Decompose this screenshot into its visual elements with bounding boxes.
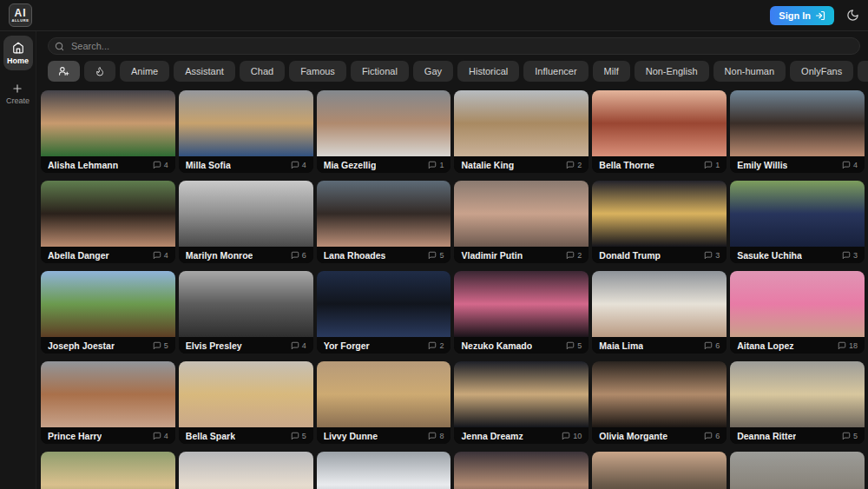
message-icon bbox=[566, 161, 575, 169]
card-footer: Emily Willis 4 bbox=[730, 156, 865, 173]
character-card[interactable]: Olivia Morgante 6 bbox=[592, 361, 727, 444]
sidebar-item-create[interactable]: Create bbox=[6, 83, 30, 105]
message-icon bbox=[428, 432, 437, 440]
filter-chip-onlyfans[interactable]: OnlyFans bbox=[790, 61, 853, 82]
character-card[interactable]: Vladimir Putin 2 bbox=[454, 181, 589, 263]
character-card[interactable] bbox=[179, 452, 313, 489]
filter-chip-milf[interactable]: Milf bbox=[593, 61, 630, 82]
character-card[interactable]: Deanna Ritter 5 bbox=[730, 361, 865, 444]
character-name: Aitana Lopez bbox=[737, 340, 793, 351]
filter-chip-chad[interactable]: Chad bbox=[240, 61, 285, 82]
character-card[interactable]: Marilyn Monroe 6 bbox=[179, 181, 313, 263]
message-icon bbox=[153, 432, 161, 440]
character-card[interactable]: Livvy Dunne 8 bbox=[317, 361, 451, 444]
character-image bbox=[592, 90, 727, 156]
search-input[interactable] bbox=[48, 37, 860, 55]
card-footer: Natalie King 2 bbox=[454, 156, 589, 173]
chat-count-number: 2 bbox=[577, 251, 582, 260]
character-name: Joseph Joestar bbox=[48, 340, 115, 351]
character-card[interactable]: Natalie King 2 bbox=[454, 90, 589, 173]
chat-count-number: 4 bbox=[302, 161, 306, 169]
character-card[interactable] bbox=[730, 452, 865, 489]
character-card[interactable] bbox=[592, 452, 727, 489]
character-card[interactable] bbox=[41, 452, 175, 489]
sidebar-item-home[interactable]: Home bbox=[3, 36, 33, 70]
character-card[interactable] bbox=[317, 452, 451, 489]
theme-toggle-button[interactable] bbox=[846, 9, 859, 22]
character-card[interactable]: Milla Sofia 4 bbox=[179, 90, 313, 173]
chat-count-number: 8 bbox=[439, 432, 444, 440]
chat-count: 8 bbox=[428, 432, 444, 440]
card-footer: Livvy Dunne 8 bbox=[317, 427, 451, 444]
character-card[interactable]: Bella Thorne 1 bbox=[592, 90, 727, 173]
message-icon bbox=[291, 161, 299, 169]
message-icon bbox=[428, 161, 437, 169]
filter-chip-assistant[interactable]: Assistant bbox=[174, 61, 235, 82]
sidebar-home-label: Home bbox=[7, 56, 29, 65]
character-card[interactable]: Yor Forger 2 bbox=[317, 271, 451, 354]
character-image bbox=[454, 90, 589, 156]
filter-chip-non-human[interactable]: Non-human bbox=[713, 61, 786, 82]
filter-chip-non-english[interactable]: Non-English bbox=[635, 61, 709, 82]
character-card[interactable]: Nezuko Kamado 5 bbox=[454, 271, 589, 354]
character-card[interactable]: Lana Rhoades 5 bbox=[317, 181, 451, 263]
character-image bbox=[730, 271, 865, 337]
character-name: Vladimir Putin bbox=[461, 250, 523, 261]
filter-chip-influencer[interactable]: Influencer bbox=[523, 61, 588, 82]
character-card[interactable]: Donald Trump 3 bbox=[592, 181, 727, 263]
character-image bbox=[730, 361, 865, 427]
character-card[interactable]: Aitana Lopez 18 bbox=[730, 271, 865, 354]
message-icon bbox=[838, 341, 846, 350]
chat-count: 2 bbox=[566, 251, 582, 260]
brand-logo[interactable]: AI ALLURE bbox=[9, 3, 32, 27]
filter-chip-gay[interactable]: Gay bbox=[413, 61, 453, 82]
character-image bbox=[592, 271, 727, 337]
chat-count: 2 bbox=[566, 161, 582, 169]
message-icon bbox=[428, 251, 437, 260]
chat-count: 4 bbox=[291, 161, 306, 169]
filter-chip-famous[interactable]: Famous bbox=[289, 61, 346, 82]
message-icon bbox=[842, 251, 851, 260]
plus-icon bbox=[11, 83, 23, 95]
card-footer: Deanna Ritter 5 bbox=[730, 427, 865, 444]
character-card[interactable]: Bella Spark 5 bbox=[179, 361, 313, 444]
sign-in-button[interactable]: Sign In bbox=[770, 6, 834, 25]
chat-count: 4 bbox=[153, 251, 168, 260]
moon-icon bbox=[846, 9, 859, 22]
character-card[interactable]: Prince Harry 4 bbox=[41, 361, 175, 444]
flame-icon bbox=[95, 66, 105, 76]
trending-filter-chip[interactable] bbox=[84, 61, 115, 82]
chat-count: 6 bbox=[704, 341, 720, 350]
character-card[interactable]: Sasuke Uchiha 3 bbox=[730, 181, 865, 263]
card-footer: Nezuko Kamado 5 bbox=[454, 337, 589, 354]
card-footer: Maia Lima 6 bbox=[592, 337, 727, 354]
filter-chip-fictional[interactable]: Fictional bbox=[351, 61, 409, 82]
chat-count-number: 6 bbox=[715, 341, 720, 350]
message-icon bbox=[153, 161, 161, 169]
people-filter-chip[interactable] bbox=[48, 61, 80, 82]
character-card[interactable]: Joseph Joestar 5 bbox=[41, 271, 175, 354]
message-icon bbox=[704, 341, 713, 350]
filter-chip-historical[interactable]: Historical bbox=[457, 61, 519, 82]
character-card[interactable]: Jenna Dreamz 10 bbox=[454, 361, 589, 444]
filter-chip-politics[interactable]: Politics bbox=[858, 61, 868, 82]
message-icon bbox=[842, 161, 851, 169]
character-card[interactable]: Alisha Lehmann 4 bbox=[41, 90, 175, 173]
character-card[interactable]: Maia Lima 6 bbox=[592, 271, 727, 354]
message-icon bbox=[704, 251, 713, 260]
character-card[interactable]: Elvis Presley 4 bbox=[179, 271, 313, 354]
chat-count: 18 bbox=[838, 341, 858, 350]
card-footer: Donald Trump 3 bbox=[592, 247, 727, 263]
character-card[interactable] bbox=[454, 452, 589, 489]
chat-count-number: 5 bbox=[164, 341, 168, 350]
character-card[interactable]: Abella Danger 4 bbox=[41, 181, 175, 263]
character-card[interactable]: Emily Willis 4 bbox=[730, 90, 865, 173]
chat-count: 3 bbox=[842, 251, 858, 260]
filter-chip-bar: AnimeAssistantChadFamousFictionalGayHist… bbox=[48, 61, 865, 82]
chat-count-number: 3 bbox=[715, 251, 720, 260]
filter-chip-anime[interactable]: Anime bbox=[120, 61, 169, 82]
chat-count: 4 bbox=[291, 341, 306, 350]
character-card[interactable]: Mia Gezellig 1 bbox=[317, 90, 451, 173]
character-name: Jenna Dreamz bbox=[461, 431, 523, 441]
card-footer: Alisha Lehmann 4 bbox=[41, 156, 175, 173]
